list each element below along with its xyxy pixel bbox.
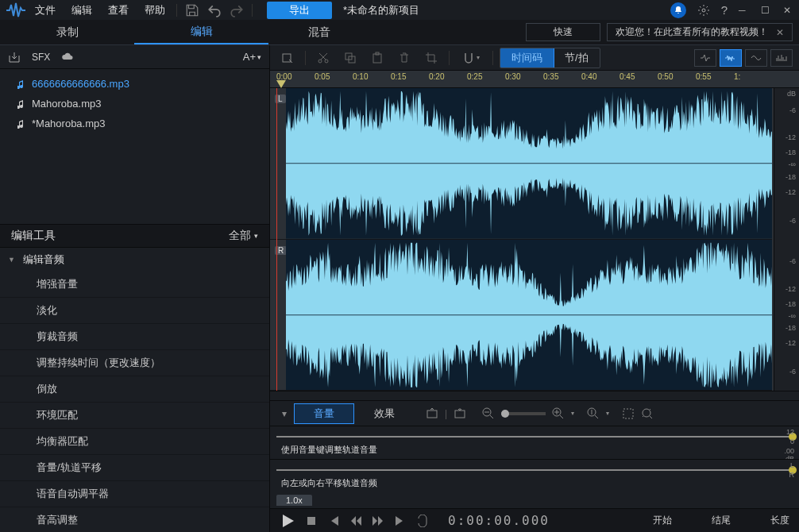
pill-beats[interactable]: 节/拍: [554, 48, 600, 67]
tab-volume[interactable]: 音量: [294, 403, 354, 424]
menu-edit[interactable]: 编辑: [71, 3, 92, 17]
playback-speed-tab[interactable]: 1.0x: [276, 495, 312, 506]
speed-selector[interactable]: 快速: [526, 23, 600, 41]
svg-point-0: [702, 9, 705, 12]
svg-rect-19: [307, 517, 315, 525]
tool-item[interactable]: 调整持续时间（更改速度）: [0, 350, 269, 376]
next-icon[interactable]: [394, 515, 407, 527]
cloud-icon[interactable]: [61, 51, 74, 64]
view-btn-4[interactable]: [770, 49, 793, 67]
select-tool-icon[interactable]: [276, 49, 299, 67]
title-toolbar: [176, 3, 253, 17]
menu-view[interactable]: 查看: [108, 3, 129, 17]
forward-icon[interactable]: [372, 515, 384, 527]
tool-list[interactable]: 编辑音频 增强音量 淡化 剪裁音频 调整持续时间（更改速度） 倒放 环境匹配 均…: [0, 248, 269, 532]
undo-icon[interactable]: [207, 3, 222, 17]
cut-icon[interactable]: [312, 49, 334, 67]
maximize-icon[interactable]: ☐: [761, 5, 772, 16]
tools-header: 编辑工具 全部▾: [0, 224, 269, 248]
tool-item[interactable]: 语音自动调平器: [0, 481, 269, 507]
notification-icon[interactable]: [670, 2, 686, 18]
close-icon[interactable]: ✕: [783, 5, 794, 16]
view-btn-1[interactable]: [694, 49, 716, 67]
help-icon[interactable]: ?: [721, 3, 728, 17]
ruler-tick: 0:00: [276, 72, 291, 81]
loop-icon[interactable]: [416, 515, 429, 527]
tool-category[interactable]: 编辑音频: [0, 248, 269, 272]
tab-effects[interactable]: 效果: [354, 403, 415, 424]
menu-file[interactable]: 文件: [35, 3, 56, 17]
mode-tab-mix[interactable]: 混音: [308, 25, 330, 40]
font-size-button[interactable]: A+▾: [243, 51, 261, 63]
tool-item[interactable]: 均衡器匹配: [0, 429, 269, 455]
ruler-tick: 0:30: [505, 72, 520, 81]
zoom-fit-icon[interactable]: [641, 407, 654, 420]
view-btn-2[interactable]: [720, 49, 742, 67]
app-logo-icon: [5, 2, 27, 19]
zoom-in-icon[interactable]: [552, 407, 565, 420]
redo-icon[interactable]: [230, 3, 244, 17]
zoom-selection-icon[interactable]: [622, 407, 635, 420]
zoom-import-icon[interactable]: [454, 407, 466, 420]
stop-icon[interactable]: [305, 515, 318, 527]
ruler-tick: 0:15: [391, 72, 406, 81]
delete-icon[interactable]: [393, 49, 415, 67]
playhead-line[interactable]: [276, 88, 277, 391]
waveform-area[interactable]: L R dB -6 -12 -18 -∞ -18 -12 -6: [270, 88, 799, 391]
zoom-export-icon[interactable]: [426, 407, 438, 420]
col-end: 结尾: [712, 514, 731, 527]
tools-title: 编辑工具: [11, 229, 56, 243]
rewind-icon[interactable]: [349, 515, 362, 527]
ruler-tick: 0:10: [353, 72, 368, 81]
tool-item[interactable]: 倒放: [0, 376, 269, 403]
tool-item[interactable]: 音高调整: [0, 507, 269, 532]
copy-icon[interactable]: [339, 49, 361, 67]
prev-icon[interactable]: [327, 515, 340, 527]
play-icon[interactable]: [280, 513, 295, 529]
sfx-button[interactable]: SFX: [32, 52, 50, 63]
import-icon[interactable]: [8, 51, 21, 64]
file-item[interactable]: 6666666666666.mp3: [0, 74, 269, 94]
channel-left[interactable]: L: [270, 88, 772, 240]
welcome-banner[interactable]: 欢迎您！在此查看所有的教程视频！ ✕: [607, 23, 793, 41]
welcome-close-icon[interactable]: ✕: [776, 27, 784, 38]
crop-icon[interactable]: [420, 49, 442, 67]
lower-tabs: ▾ 音量 效果 | ▾ ▾: [270, 400, 799, 426]
welcome-text: 欢迎您！在此查看所有的教程视频！: [616, 25, 768, 39]
horizontal-scrollbar[interactable]: [270, 391, 799, 400]
view-btn-3[interactable]: [745, 49, 767, 67]
pan-slider[interactable]: [276, 469, 793, 471]
file-item[interactable]: *Mahoroba.mp3: [0, 114, 269, 133]
ruler-tick: 0:05: [315, 72, 330, 81]
file-item[interactable]: Mahoroba.mp3: [0, 94, 269, 114]
volume-slider[interactable]: [276, 436, 793, 438]
time-ruler[interactable]: 0:000:050:100:150:200:250:300:350:400:45…: [270, 71, 799, 88]
channel-right[interactable]: R: [270, 240, 772, 391]
ruler-tick: 0:45: [620, 72, 635, 81]
tool-item[interactable]: 剪裁音频: [0, 324, 269, 350]
minimize-icon[interactable]: ─: [739, 5, 750, 16]
tool-item[interactable]: 音量/轨道平移: [0, 455, 269, 481]
menu-help[interactable]: 帮助: [145, 3, 165, 17]
tools-filter-all[interactable]: 全部▾: [229, 229, 258, 243]
gear-icon[interactable]: [697, 4, 710, 17]
pill-timecode[interactable]: 时间码: [500, 48, 554, 68]
time-display: 0:00:00.000: [448, 513, 550, 528]
collapse-panel-icon[interactable]: ▾: [275, 408, 294, 419]
save-icon[interactable]: [185, 3, 199, 17]
paste-icon[interactable]: [366, 49, 388, 67]
zoom-slider[interactable]: [501, 412, 546, 415]
export-button[interactable]: 导出: [267, 2, 332, 19]
zoom-vertical-icon[interactable]: [587, 407, 600, 420]
volume-hint: 使用音量键调整轨道音量: [276, 444, 793, 456]
snap-dropdown[interactable]: ▾: [456, 49, 486, 67]
mode-tab-edit[interactable]: 编辑: [134, 20, 268, 44]
zoom-out-icon[interactable]: [482, 407, 495, 420]
svg-point-2: [318, 60, 322, 63]
svg-rect-1: [283, 54, 291, 62]
mode-bar: 录制 编辑 混音 快速 欢迎您！在此查看所有的教程视频！ ✕: [0, 20, 799, 45]
tool-item[interactable]: 淡化: [0, 298, 269, 324]
mode-tab-record[interactable]: 录制: [0, 20, 134, 44]
tool-item[interactable]: 环境匹配: [0, 403, 269, 429]
tool-item[interactable]: 增强音量: [0, 272, 269, 298]
